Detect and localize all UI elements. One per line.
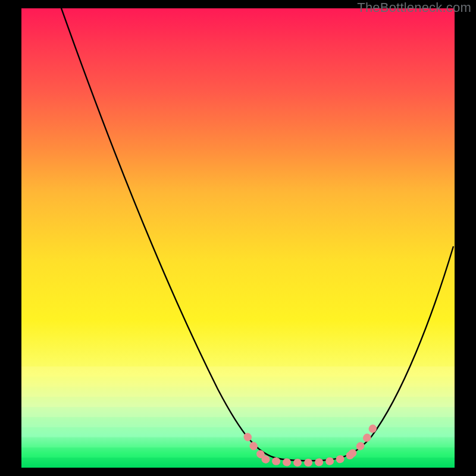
optimal-band-bottom	[265, 455, 352, 463]
plot-area	[21, 8, 455, 468]
curves-svg	[21, 8, 455, 468]
chart-stage: TheBottleneck.com	[0, 0, 476, 476]
bottleneck-curve	[57, 8, 453, 461]
attribution-label: TheBottleneck.com	[357, 0, 471, 15]
optimal-band-right-arm	[352, 425, 375, 453]
